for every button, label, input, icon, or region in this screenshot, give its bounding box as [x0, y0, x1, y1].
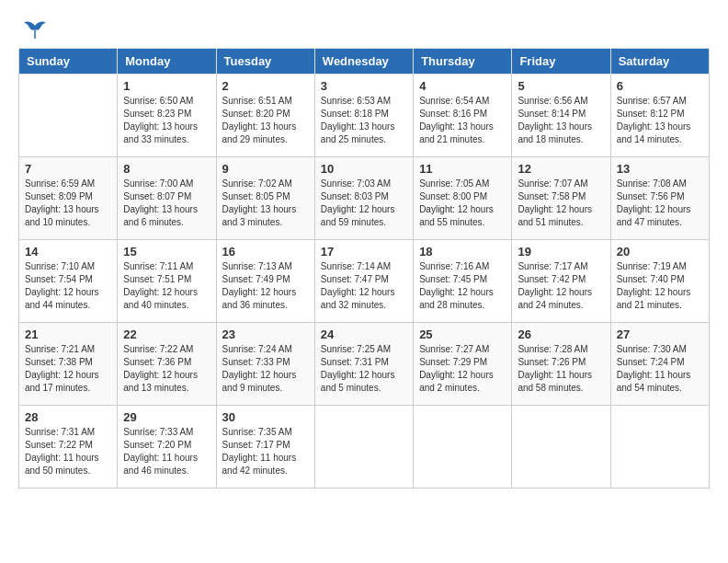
calendar-cell: 18Sunrise: 7:16 AM Sunset: 7:45 PM Dayli…: [414, 240, 512, 323]
calendar-cell: 17Sunrise: 7:14 AM Sunset: 7:47 PM Dayli…: [314, 240, 413, 323]
day-info: Sunrise: 7:27 AM Sunset: 7:29 PM Dayligh…: [419, 343, 506, 395]
calendar-cell: 28Sunrise: 7:31 AM Sunset: 7:22 PM Dayli…: [19, 406, 118, 488]
calendar-cell: 20Sunrise: 7:19 AM Sunset: 7:40 PM Dayli…: [610, 240, 709, 323]
calendar-cell: 19Sunrise: 7:17 AM Sunset: 7:42 PM Dayli…: [512, 240, 610, 323]
day-number: 4: [419, 79, 506, 93]
day-info: Sunrise: 7:00 AM Sunset: 8:07 PM Dayligh…: [123, 178, 210, 229]
calendar-cell: 24Sunrise: 7:25 AM Sunset: 7:31 PM Dayli…: [314, 323, 413, 406]
calendar-cell: 12Sunrise: 7:07 AM Sunset: 7:58 PM Dayli…: [512, 157, 610, 240]
day-info: Sunrise: 6:59 AM Sunset: 8:09 PM Dayligh…: [25, 178, 111, 229]
day-info: Sunrise: 7:16 AM Sunset: 7:45 PM Dayligh…: [419, 260, 506, 312]
page-header: [18, 18, 710, 39]
day-number: 13: [617, 162, 703, 176]
calendar-cell: 14Sunrise: 7:10 AM Sunset: 7:54 PM Dayli…: [19, 240, 118, 323]
day-info: Sunrise: 7:22 AM Sunset: 7:36 PM Dayligh…: [123, 343, 210, 395]
day-info: Sunrise: 7:02 AM Sunset: 8:05 PM Dayligh…: [222, 178, 309, 229]
day-number: 8: [123, 162, 210, 176]
day-info: Sunrise: 7:08 AM Sunset: 7:56 PM Dayligh…: [617, 178, 703, 229]
day-info: Sunrise: 6:51 AM Sunset: 8:20 PM Dayligh…: [222, 95, 309, 146]
day-info: Sunrise: 7:35 AM Sunset: 7:17 PM Dayligh…: [222, 426, 309, 477]
day-info: Sunrise: 7:33 AM Sunset: 7:20 PM Dayligh…: [123, 426, 210, 477]
day-number: 9: [222, 162, 309, 176]
calendar-cell: 16Sunrise: 7:13 AM Sunset: 7:49 PM Dayli…: [216, 240, 314, 323]
calendar-cell: [610, 406, 709, 488]
day-info: Sunrise: 6:50 AM Sunset: 8:23 PM Dayligh…: [123, 95, 210, 146]
day-number: 10: [321, 162, 407, 176]
calendar-cell: 8Sunrise: 7:00 AM Sunset: 8:07 PM Daylig…: [118, 157, 216, 240]
day-info: Sunrise: 7:21 AM Sunset: 7:38 PM Dayligh…: [25, 343, 111, 395]
day-number: 18: [419, 245, 506, 259]
calendar-cell: 21Sunrise: 7:21 AM Sunset: 7:38 PM Dayli…: [19, 323, 118, 406]
day-info: Sunrise: 7:19 AM Sunset: 7:40 PM Dayligh…: [617, 260, 703, 312]
calendar-cell: 10Sunrise: 7:03 AM Sunset: 8:03 PM Dayli…: [314, 157, 413, 240]
day-number: 23: [222, 327, 309, 341]
calendar-cell: 23Sunrise: 7:24 AM Sunset: 7:33 PM Dayli…: [216, 323, 314, 406]
day-number: 21: [25, 327, 111, 341]
day-number: 1: [123, 79, 210, 93]
day-info: Sunrise: 7:25 AM Sunset: 7:31 PM Dayligh…: [321, 343, 407, 395]
day-number: 12: [518, 162, 604, 176]
day-number: 28: [25, 410, 111, 424]
calendar-cell: 9Sunrise: 7:02 AM Sunset: 8:05 PM Daylig…: [216, 157, 314, 240]
day-number: 5: [518, 79, 604, 93]
calendar-cell: [414, 406, 512, 488]
day-info: Sunrise: 7:05 AM Sunset: 8:00 PM Dayligh…: [419, 178, 506, 229]
weekday-header-sunday: Sunday: [19, 49, 118, 75]
day-info: Sunrise: 7:10 AM Sunset: 7:54 PM Dayligh…: [25, 260, 111, 312]
day-number: 2: [222, 79, 309, 93]
weekday-header-friday: Friday: [512, 49, 610, 75]
calendar-cell: [19, 75, 118, 157]
day-info: Sunrise: 7:28 AM Sunset: 7:26 PM Dayligh…: [518, 343, 604, 395]
day-info: Sunrise: 7:03 AM Sunset: 8:03 PM Dayligh…: [321, 178, 407, 229]
day-number: 14: [25, 245, 111, 259]
calendar-cell: 2Sunrise: 6:51 AM Sunset: 8:20 PM Daylig…: [216, 75, 314, 157]
calendar-cell: 30Sunrise: 7:35 AM Sunset: 7:17 PM Dayli…: [216, 406, 314, 488]
day-info: Sunrise: 6:54 AM Sunset: 8:16 PM Dayligh…: [419, 95, 506, 146]
logo: [18, 18, 48, 39]
calendar-cell: 15Sunrise: 7:11 AM Sunset: 7:51 PM Dayli…: [118, 240, 216, 323]
calendar-cell: 22Sunrise: 7:22 AM Sunset: 7:36 PM Dayli…: [118, 323, 216, 406]
weekday-header-saturday: Saturday: [610, 49, 709, 75]
calendar-cell: 13Sunrise: 7:08 AM Sunset: 7:56 PM Dayli…: [610, 157, 709, 240]
day-number: 16: [222, 245, 309, 259]
logo-bird-icon: [22, 18, 48, 39]
calendar-cell: 27Sunrise: 7:30 AM Sunset: 7:24 PM Dayli…: [610, 323, 709, 406]
calendar-table: SundayMondayTuesdayWednesdayThursdayFrid…: [18, 48, 710, 488]
calendar-cell: 3Sunrise: 6:53 AM Sunset: 8:18 PM Daylig…: [314, 75, 413, 157]
day-info: Sunrise: 7:30 AM Sunset: 7:24 PM Dayligh…: [617, 343, 703, 395]
day-info: Sunrise: 6:53 AM Sunset: 8:18 PM Dayligh…: [321, 95, 407, 146]
calendar-cell: 29Sunrise: 7:33 AM Sunset: 7:20 PM Dayli…: [118, 406, 216, 488]
calendar-cell: 25Sunrise: 7:27 AM Sunset: 7:29 PM Dayli…: [414, 323, 512, 406]
day-number: 19: [518, 245, 604, 259]
calendar-cell: 4Sunrise: 6:54 AM Sunset: 8:16 PM Daylig…: [414, 75, 512, 157]
day-number: 25: [419, 327, 506, 341]
day-number: 20: [617, 245, 703, 259]
day-info: Sunrise: 7:13 AM Sunset: 7:49 PM Dayligh…: [222, 260, 309, 312]
calendar-week-row: 7Sunrise: 6:59 AM Sunset: 8:09 PM Daylig…: [19, 157, 710, 240]
day-number: 30: [222, 410, 309, 424]
day-number: 22: [123, 327, 210, 341]
day-number: 17: [321, 245, 407, 259]
day-info: Sunrise: 7:31 AM Sunset: 7:22 PM Dayligh…: [25, 426, 111, 477]
day-info: Sunrise: 7:14 AM Sunset: 7:47 PM Dayligh…: [321, 260, 407, 312]
calendar-cell: 5Sunrise: 6:56 AM Sunset: 8:14 PM Daylig…: [512, 75, 610, 157]
calendar-header-row: SundayMondayTuesdayWednesdayThursdayFrid…: [19, 49, 710, 75]
weekday-header-thursday: Thursday: [414, 49, 512, 75]
day-info: Sunrise: 7:17 AM Sunset: 7:42 PM Dayligh…: [518, 260, 604, 312]
weekday-header-wednesday: Wednesday: [314, 49, 413, 75]
calendar-week-row: 21Sunrise: 7:21 AM Sunset: 7:38 PM Dayli…: [19, 323, 710, 406]
day-info: Sunrise: 7:07 AM Sunset: 7:58 PM Dayligh…: [518, 178, 604, 229]
calendar-week-row: 1Sunrise: 6:50 AM Sunset: 8:23 PM Daylig…: [19, 75, 710, 157]
calendar-cell: 6Sunrise: 6:57 AM Sunset: 8:12 PM Daylig…: [610, 75, 709, 157]
calendar-cell: 7Sunrise: 6:59 AM Sunset: 8:09 PM Daylig…: [19, 157, 118, 240]
day-info: Sunrise: 6:56 AM Sunset: 8:14 PM Dayligh…: [518, 95, 604, 146]
day-number: 27: [617, 327, 703, 341]
calendar-cell: 1Sunrise: 6:50 AM Sunset: 8:23 PM Daylig…: [118, 75, 216, 157]
day-number: 26: [518, 327, 604, 341]
day-number: 11: [419, 162, 506, 176]
calendar-cell: 26Sunrise: 7:28 AM Sunset: 7:26 PM Dayli…: [512, 323, 610, 406]
calendar-week-row: 14Sunrise: 7:10 AM Sunset: 7:54 PM Dayli…: [19, 240, 710, 323]
day-info: Sunrise: 6:57 AM Sunset: 8:12 PM Dayligh…: [617, 95, 703, 146]
day-number: 15: [123, 245, 210, 259]
day-info: Sunrise: 7:11 AM Sunset: 7:51 PM Dayligh…: [123, 260, 210, 312]
